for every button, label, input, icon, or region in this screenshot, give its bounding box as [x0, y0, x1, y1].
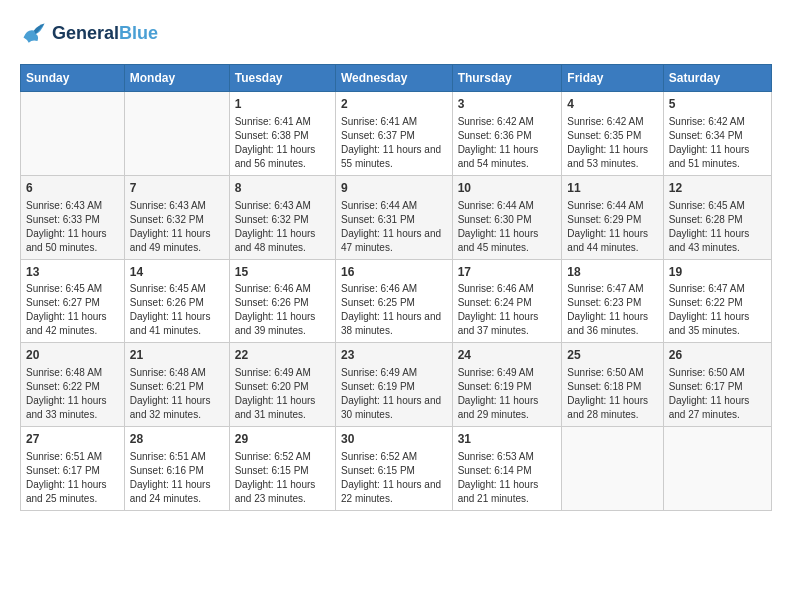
header-sunday: Sunday	[21, 65, 125, 92]
calendar-cell: 9Sunrise: 6:44 AM Sunset: 6:31 PM Daylig…	[335, 175, 452, 259]
calendar-cell	[562, 427, 663, 511]
day-number: 6	[26, 180, 119, 197]
day-number: 9	[341, 180, 447, 197]
header-saturday: Saturday	[663, 65, 771, 92]
calendar-cell	[124, 92, 229, 176]
cell-content: Sunrise: 6:47 AM Sunset: 6:23 PM Dayligh…	[567, 282, 657, 338]
calendar-cell: 8Sunrise: 6:43 AM Sunset: 6:32 PM Daylig…	[229, 175, 335, 259]
calendar-cell: 12Sunrise: 6:45 AM Sunset: 6:28 PM Dayli…	[663, 175, 771, 259]
header-tuesday: Tuesday	[229, 65, 335, 92]
week-row-4: 20Sunrise: 6:48 AM Sunset: 6:22 PM Dayli…	[21, 343, 772, 427]
calendar-cell: 11Sunrise: 6:44 AM Sunset: 6:29 PM Dayli…	[562, 175, 663, 259]
cell-content: Sunrise: 6:51 AM Sunset: 6:16 PM Dayligh…	[130, 450, 224, 506]
cell-content: Sunrise: 6:48 AM Sunset: 6:22 PM Dayligh…	[26, 366, 119, 422]
calendar-cell: 16Sunrise: 6:46 AM Sunset: 6:25 PM Dayli…	[335, 259, 452, 343]
day-number: 5	[669, 96, 766, 113]
day-number: 3	[458, 96, 557, 113]
day-number: 26	[669, 347, 766, 364]
calendar-cell: 22Sunrise: 6:49 AM Sunset: 6:20 PM Dayli…	[229, 343, 335, 427]
day-number: 14	[130, 264, 224, 281]
calendar-cell: 7Sunrise: 6:43 AM Sunset: 6:32 PM Daylig…	[124, 175, 229, 259]
header-wednesday: Wednesday	[335, 65, 452, 92]
cell-content: Sunrise: 6:41 AM Sunset: 6:38 PM Dayligh…	[235, 115, 330, 171]
cell-content: Sunrise: 6:42 AM Sunset: 6:34 PM Dayligh…	[669, 115, 766, 171]
day-number: 28	[130, 431, 224, 448]
day-number: 27	[26, 431, 119, 448]
calendar-cell: 1Sunrise: 6:41 AM Sunset: 6:38 PM Daylig…	[229, 92, 335, 176]
cell-content: Sunrise: 6:50 AM Sunset: 6:17 PM Dayligh…	[669, 366, 766, 422]
day-number: 31	[458, 431, 557, 448]
day-number: 25	[567, 347, 657, 364]
cell-content: Sunrise: 6:44 AM Sunset: 6:31 PM Dayligh…	[341, 199, 447, 255]
week-row-3: 13Sunrise: 6:45 AM Sunset: 6:27 PM Dayli…	[21, 259, 772, 343]
day-number: 2	[341, 96, 447, 113]
day-number: 13	[26, 264, 119, 281]
calendar-cell	[663, 427, 771, 511]
day-number: 21	[130, 347, 224, 364]
calendar-cell: 6Sunrise: 6:43 AM Sunset: 6:33 PM Daylig…	[21, 175, 125, 259]
calendar-cell: 4Sunrise: 6:42 AM Sunset: 6:35 PM Daylig…	[562, 92, 663, 176]
logo-text: GeneralBlue	[52, 24, 158, 44]
day-number: 1	[235, 96, 330, 113]
day-number: 22	[235, 347, 330, 364]
calendar-cell: 2Sunrise: 6:41 AM Sunset: 6:37 PM Daylig…	[335, 92, 452, 176]
header-thursday: Thursday	[452, 65, 562, 92]
cell-content: Sunrise: 6:52 AM Sunset: 6:15 PM Dayligh…	[341, 450, 447, 506]
calendar-cell: 29Sunrise: 6:52 AM Sunset: 6:15 PM Dayli…	[229, 427, 335, 511]
cell-content: Sunrise: 6:46 AM Sunset: 6:24 PM Dayligh…	[458, 282, 557, 338]
calendar-cell: 3Sunrise: 6:42 AM Sunset: 6:36 PM Daylig…	[452, 92, 562, 176]
calendar-cell: 13Sunrise: 6:45 AM Sunset: 6:27 PM Dayli…	[21, 259, 125, 343]
calendar-cell: 28Sunrise: 6:51 AM Sunset: 6:16 PM Dayli…	[124, 427, 229, 511]
day-number: 24	[458, 347, 557, 364]
calendar-cell: 26Sunrise: 6:50 AM Sunset: 6:17 PM Dayli…	[663, 343, 771, 427]
calendar-cell: 23Sunrise: 6:49 AM Sunset: 6:19 PM Dayli…	[335, 343, 452, 427]
week-row-2: 6Sunrise: 6:43 AM Sunset: 6:33 PM Daylig…	[21, 175, 772, 259]
days-header-row: SundayMondayTuesdayWednesdayThursdayFrid…	[21, 65, 772, 92]
cell-content: Sunrise: 6:43 AM Sunset: 6:33 PM Dayligh…	[26, 199, 119, 255]
cell-content: Sunrise: 6:50 AM Sunset: 6:18 PM Dayligh…	[567, 366, 657, 422]
calendar-cell: 27Sunrise: 6:51 AM Sunset: 6:17 PM Dayli…	[21, 427, 125, 511]
day-number: 19	[669, 264, 766, 281]
calendar-cell: 20Sunrise: 6:48 AM Sunset: 6:22 PM Dayli…	[21, 343, 125, 427]
day-number: 12	[669, 180, 766, 197]
header-monday: Monday	[124, 65, 229, 92]
calendar-cell: 17Sunrise: 6:46 AM Sunset: 6:24 PM Dayli…	[452, 259, 562, 343]
cell-content: Sunrise: 6:52 AM Sunset: 6:15 PM Dayligh…	[235, 450, 330, 506]
calendar-cell	[21, 92, 125, 176]
day-number: 20	[26, 347, 119, 364]
cell-content: Sunrise: 6:42 AM Sunset: 6:36 PM Dayligh…	[458, 115, 557, 171]
calendar-cell: 30Sunrise: 6:52 AM Sunset: 6:15 PM Dayli…	[335, 427, 452, 511]
day-number: 8	[235, 180, 330, 197]
cell-content: Sunrise: 6:49 AM Sunset: 6:19 PM Dayligh…	[341, 366, 447, 422]
day-number: 16	[341, 264, 447, 281]
cell-content: Sunrise: 6:49 AM Sunset: 6:19 PM Dayligh…	[458, 366, 557, 422]
cell-content: Sunrise: 6:48 AM Sunset: 6:21 PM Dayligh…	[130, 366, 224, 422]
calendar-cell: 5Sunrise: 6:42 AM Sunset: 6:34 PM Daylig…	[663, 92, 771, 176]
day-number: 18	[567, 264, 657, 281]
day-number: 30	[341, 431, 447, 448]
calendar-cell: 25Sunrise: 6:50 AM Sunset: 6:18 PM Dayli…	[562, 343, 663, 427]
page-header: GeneralBlue	[20, 20, 772, 48]
cell-content: Sunrise: 6:43 AM Sunset: 6:32 PM Dayligh…	[130, 199, 224, 255]
day-number: 29	[235, 431, 330, 448]
week-row-5: 27Sunrise: 6:51 AM Sunset: 6:17 PM Dayli…	[21, 427, 772, 511]
calendar-cell: 18Sunrise: 6:47 AM Sunset: 6:23 PM Dayli…	[562, 259, 663, 343]
cell-content: Sunrise: 6:53 AM Sunset: 6:14 PM Dayligh…	[458, 450, 557, 506]
calendar-table: SundayMondayTuesdayWednesdayThursdayFrid…	[20, 64, 772, 511]
day-number: 7	[130, 180, 224, 197]
day-number: 15	[235, 264, 330, 281]
cell-content: Sunrise: 6:46 AM Sunset: 6:26 PM Dayligh…	[235, 282, 330, 338]
cell-content: Sunrise: 6:46 AM Sunset: 6:25 PM Dayligh…	[341, 282, 447, 338]
logo-bird-icon	[20, 20, 48, 48]
cell-content: Sunrise: 6:42 AM Sunset: 6:35 PM Dayligh…	[567, 115, 657, 171]
header-friday: Friday	[562, 65, 663, 92]
cell-content: Sunrise: 6:51 AM Sunset: 6:17 PM Dayligh…	[26, 450, 119, 506]
day-number: 4	[567, 96, 657, 113]
calendar-cell: 31Sunrise: 6:53 AM Sunset: 6:14 PM Dayli…	[452, 427, 562, 511]
day-number: 11	[567, 180, 657, 197]
calendar-cell: 24Sunrise: 6:49 AM Sunset: 6:19 PM Dayli…	[452, 343, 562, 427]
cell-content: Sunrise: 6:44 AM Sunset: 6:29 PM Dayligh…	[567, 199, 657, 255]
cell-content: Sunrise: 6:45 AM Sunset: 6:26 PM Dayligh…	[130, 282, 224, 338]
cell-content: Sunrise: 6:41 AM Sunset: 6:37 PM Dayligh…	[341, 115, 447, 171]
cell-content: Sunrise: 6:49 AM Sunset: 6:20 PM Dayligh…	[235, 366, 330, 422]
